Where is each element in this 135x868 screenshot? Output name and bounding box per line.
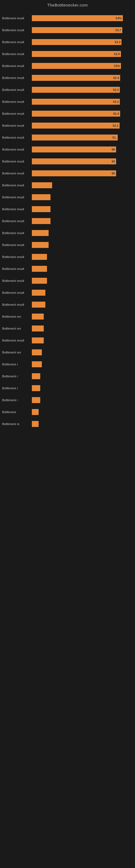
bar-value: 50 xyxy=(111,160,115,163)
bar-row: Bottleneck result50 xyxy=(0,145,135,154)
bar-value: 53.3 xyxy=(115,40,121,44)
bar-fill xyxy=(32,409,39,415)
bar-row: Bottleneck result xyxy=(0,181,135,189)
bar-wrapper xyxy=(32,242,133,248)
bar-fill: 53.3 xyxy=(32,39,122,45)
bar-wrapper: 53.3 xyxy=(32,39,133,45)
bar-label: Bottleneck result xyxy=(2,172,32,175)
bar-fill xyxy=(32,302,45,308)
bar-row: Bottleneck result52.3 xyxy=(0,86,135,94)
bar-fill: 53% xyxy=(32,63,121,69)
bar-label: Bottleneck result xyxy=(2,136,32,139)
bar-row: Bottleneck result xyxy=(0,336,135,344)
bar-fill: 52.4 xyxy=(32,75,120,81)
bar-row: Bottleneck result51. xyxy=(0,133,135,142)
site-header: TheBottlenecker.com xyxy=(0,0,135,9)
bar-value: 52.3 xyxy=(113,100,119,103)
bar-wrapper xyxy=(32,290,133,296)
bar-fill xyxy=(32,230,49,236)
bar-wrapper xyxy=(32,326,133,332)
bar-value: 52.3 xyxy=(113,88,119,91)
bar-value: 50 xyxy=(111,148,115,151)
bar-row: Bottleneck res xyxy=(0,312,135,321)
bar-row: Bottleneck result53% xyxy=(0,62,135,70)
bar-fill xyxy=(32,206,50,212)
bar-wrapper xyxy=(32,385,133,391)
bar-row: Bottleneck result52.3 xyxy=(0,98,135,106)
bar-row: Bottleneck result xyxy=(0,241,135,249)
bar-wrapper xyxy=(32,314,133,319)
bar-row: Bottleneck result52.1 xyxy=(0,122,135,130)
bar-label: Bottleneck re xyxy=(2,422,32,426)
bar-row: Bottleneck result50 xyxy=(0,157,135,165)
bar-row: Bottleneck result xyxy=(0,217,135,225)
bar-wrapper: 53% xyxy=(32,63,133,69)
bar-fill: 52.3 xyxy=(32,99,120,105)
bar-value: 52.4 xyxy=(113,76,119,80)
bar-wrapper xyxy=(32,349,133,355)
bar-wrapper: 51. xyxy=(32,134,133,141)
bar-wrapper xyxy=(32,218,133,224)
bar-label: Bottleneck result xyxy=(2,88,32,91)
bar-label: Bottleneck result xyxy=(2,303,32,306)
bar-wrapper: 50 xyxy=(32,158,133,164)
bar-label: Bottleneck result xyxy=(2,76,32,80)
bar-fill xyxy=(32,254,47,260)
bar-label: Bottleneck result xyxy=(2,124,32,127)
bar-wrapper xyxy=(32,409,133,415)
bar-fill xyxy=(32,397,40,403)
bar-row: Bottleneck result xyxy=(0,205,135,213)
bar-label: Bottleneck result xyxy=(2,219,32,223)
bar-fill xyxy=(32,182,52,188)
bar-row: Bottleneck res xyxy=(0,324,135,333)
bar-wrapper xyxy=(32,254,133,260)
bar-fill xyxy=(32,242,49,248)
bar-row: Bottleneck result xyxy=(0,265,135,273)
bar-value: 51. xyxy=(113,136,117,139)
bar-row: Bottleneck res xyxy=(0,348,135,356)
bar-label: Bottleneck res xyxy=(2,351,32,354)
bar-fill xyxy=(32,349,42,355)
bar-label: Bottleneck result xyxy=(2,195,32,199)
bar-row: Bottleneck result xyxy=(0,289,135,297)
bar-row: Bottleneck result53.3 xyxy=(0,38,135,46)
bar-fill: 51. xyxy=(32,134,118,141)
bar-label: Bottleneck result xyxy=(2,112,32,115)
bar-fill: 50 xyxy=(32,147,116,152)
bar-fill xyxy=(32,194,50,200)
bar-label: Bottleneck result xyxy=(2,243,32,247)
bar-wrapper xyxy=(32,397,133,403)
bar-label: Bottleneck result xyxy=(2,40,32,44)
bar-row: Bottleneck result xyxy=(0,229,135,237)
bar-label: Bottleneck result xyxy=(2,279,32,282)
bar-fill xyxy=(32,326,44,332)
bar-label: Bottleneck xyxy=(2,410,32,414)
bar-label: Bottleneck result xyxy=(2,267,32,271)
bar-wrapper: 50 xyxy=(32,147,133,152)
bar-label: Bottleneck result xyxy=(2,64,32,67)
bar-fill xyxy=(32,290,45,296)
bar-wrapper xyxy=(32,421,133,427)
bar-value: 52.1 xyxy=(113,124,118,127)
bar-row: Bottleneck r xyxy=(0,360,135,368)
bar-fill xyxy=(32,218,50,224)
bar-row: Bottleneck result xyxy=(0,301,135,309)
bar-row: Bottleneck xyxy=(0,408,135,416)
bar-label: Bottleneck r xyxy=(2,363,32,366)
bar-wrapper xyxy=(32,337,133,343)
bar-label: Bottleneck result xyxy=(2,255,32,258)
bar-fill xyxy=(32,385,40,391)
bar-fill: 52.9 xyxy=(32,51,121,57)
bar-value: 52.4 xyxy=(113,112,119,115)
bar-label: Bottleneck res xyxy=(2,315,32,318)
bar-label: Bottleneck result xyxy=(2,184,32,187)
bar-fill xyxy=(32,278,47,284)
bar-fill: 54% xyxy=(32,15,123,21)
bar-label: Bottleneck result xyxy=(2,29,32,32)
bar-label: Bottleneck result xyxy=(2,208,32,211)
bar-wrapper: 54% xyxy=(32,15,133,21)
bar-label: Bottleneck r xyxy=(2,386,32,390)
bar-row: Bottleneck r xyxy=(0,396,135,404)
bar-wrapper: 52.1 xyxy=(32,123,133,129)
bar-fill: 50 xyxy=(32,158,116,164)
